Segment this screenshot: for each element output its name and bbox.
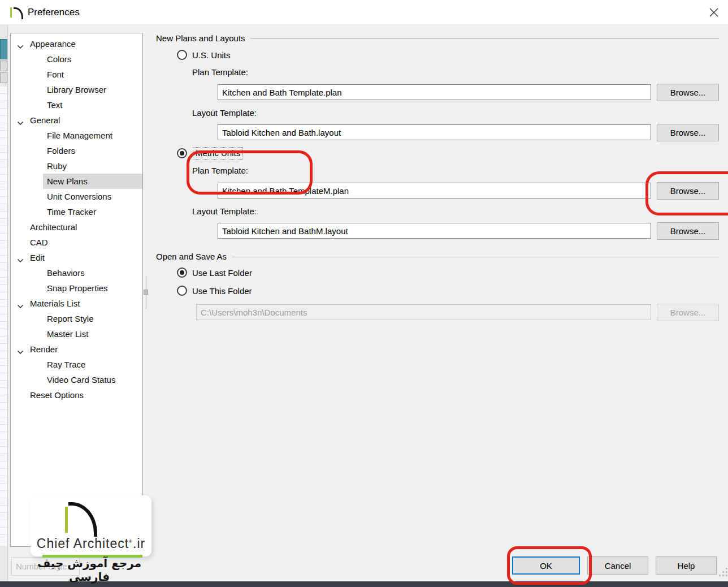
sidebar-item-label: Folders: [47, 146, 75, 156]
us-layout-template-input[interactable]: [218, 124, 651, 140]
sidebar-item-label: Report Style: [47, 314, 94, 323]
plan-template-label: Plan Template:: [192, 67, 248, 77]
sidebar-item-label: Behaviors: [47, 268, 85, 278]
sidebar-item-architectural[interactable]: Architectural: [11, 219, 142, 235]
sidebar-item-label: Ray Trace: [47, 360, 85, 369]
sidebar-item-label: Ruby: [47, 161, 67, 171]
cancel-button[interactable]: Cancel: [587, 556, 648, 575]
us-plan-browse-button[interactable]: Browse...: [657, 84, 719, 101]
chevron-down-icon[interactable]: [16, 40, 24, 48]
metric-units-label: Metric Units: [193, 147, 243, 159]
chevron-down-icon[interactable]: [16, 254, 24, 262]
sidebar-item-library-browser[interactable]: Library Browser: [11, 82, 142, 97]
close-icon[interactable]: [707, 6, 721, 19]
group-new-plans-and-layouts: New Plans and Layouts: [156, 33, 719, 43]
sidebar-item-colors[interactable]: Colors: [11, 51, 142, 67]
watermark-card: Chief Architect®.ir: [31, 495, 151, 556]
group-divider-line: [250, 38, 719, 39]
group-title: New Plans and Layouts: [156, 33, 245, 43]
sidebar-item-video-card-status[interactable]: Video Card Status: [11, 372, 142, 387]
dialog-title: Preferences: [28, 0, 80, 24]
group-divider-line: [232, 257, 719, 257]
group-open-and-save-as: Open and Save As: [156, 252, 719, 261]
watermark-caption: مرجع آموزش چیف فارسی: [28, 556, 150, 584]
metric-units-radio[interactable]: [177, 148, 187, 158]
us-layout-browse-button[interactable]: Browse...: [657, 124, 719, 141]
sidebar-item-snap-properties[interactable]: Snap Properties: [11, 280, 142, 296]
sidebar-item-master-list[interactable]: Master List: [11, 326, 142, 342]
chevron-down-icon[interactable]: [16, 116, 24, 124]
sidebar-item-label: Colors: [47, 54, 71, 64]
sidebar-item-ray-trace[interactable]: Ray Trace: [11, 357, 142, 372]
watermark-logo-green-bar: [65, 507, 68, 533]
preferences-tree: AppearanceColorsFontLibrary BrowserTextG…: [10, 33, 143, 547]
use-this-folder-label: Use This Folder: [192, 286, 252, 297]
sidebar-item-label: CAD: [30, 238, 48, 247]
watermark-logo-arc: [68, 502, 97, 537]
sidebar-item-label: Architectural: [30, 222, 77, 232]
watermark-brand-text: Chief Architect®.ir: [31, 536, 151, 551]
sidebar-item-behaviors[interactable]: Behaviors: [11, 265, 142, 280]
sidebar-item-edit[interactable]: Edit: [11, 250, 142, 265]
resize-grip-icon: [719, 575, 721, 576]
sidebar-item-reset-options[interactable]: Reset Options: [11, 387, 142, 403]
splitter-grip-handle[interactable]: [144, 290, 148, 295]
sidebar-item-label: Time Tracker: [47, 207, 96, 217]
sidebar-item-unit-conversions[interactable]: Unit Conversions: [11, 189, 142, 204]
sidebar-item-label: General: [30, 115, 60, 125]
us-plan-template-input[interactable]: [218, 84, 651, 100]
sidebar-item-label: Edit: [30, 253, 45, 262]
metric-plan-template-input[interactable]: [218, 183, 651, 198]
us-units-radio[interactable]: [177, 50, 187, 60]
help-button[interactable]: Help: [656, 556, 717, 575]
sidebar-item-render[interactable]: Render: [11, 342, 142, 357]
sidebar-item-text[interactable]: Text: [11, 97, 142, 113]
sidebar-item-label: Unit Conversions: [47, 192, 111, 201]
group-title: Open and Save As: [156, 252, 227, 261]
chief-architect-logo-icon: [9, 5, 24, 20]
layout-template-label: Layout Template:: [192, 206, 257, 216]
sidebar-item-label: Text: [47, 100, 63, 110]
background-toolbar-button: [0, 72, 7, 83]
sidebar-item-cad[interactable]: CAD: [11, 235, 142, 250]
chevron-down-icon[interactable]: [16, 300, 24, 308]
sidebar-item-time-tracker[interactable]: Time Tracker: [11, 204, 142, 219]
sidebar-item-label: Master List: [47, 329, 88, 339]
use-last-folder-radio[interactable]: [177, 267, 187, 278]
plan-template-label: Plan Template:: [192, 166, 248, 175]
sidebar-item-label: Render: [30, 344, 58, 354]
sidebar-item-materials-list[interactable]: Materials List: [11, 296, 142, 311]
folder-path-input: [196, 304, 651, 320]
sidebar-item-label: Video Card Status: [47, 375, 115, 385]
sidebar-item-label: Library Browser: [47, 85, 106, 94]
background-ruler-strip: [0, 87, 7, 546]
background-app-strip: [0, 24, 8, 581]
sidebar-item-file-management[interactable]: File Management: [11, 128, 142, 143]
ok-button[interactable]: OK: [512, 556, 580, 575]
metric-layout-template-input[interactable]: [218, 223, 651, 239]
sidebar-item-ruby[interactable]: Ruby: [11, 158, 142, 174]
metric-plan-browse-button[interactable]: Browse...: [657, 182, 719, 200]
sidebar-item-appearance[interactable]: Appearance: [11, 36, 142, 51]
sidebar-item-label: Reset Options: [30, 390, 84, 400]
sidebar-item-report-style[interactable]: Report Style: [11, 311, 142, 326]
sidebar-item-new-plans[interactable]: New Plans: [11, 174, 142, 189]
chevron-down-icon[interactable]: [16, 346, 24, 353]
us-units-label: U.S. Units: [192, 50, 231, 61]
sidebar-item-label: File Management: [47, 131, 112, 140]
sidebar-item-general[interactable]: General: [11, 113, 142, 128]
background-toolbar-button: [0, 39, 7, 59]
sidebar-item-folders[interactable]: Folders: [11, 143, 142, 158]
sidebar-item-label: Materials List: [30, 299, 80, 308]
folder-browse-button: Browse...: [657, 304, 719, 321]
sidebar-item-label: Snap Properties: [47, 283, 108, 293]
use-last-folder-label: Use Last Folder: [192, 267, 252, 279]
sidebar-item-label: New Plans: [47, 176, 88, 186]
background-toolbar-button: [0, 61, 7, 71]
sidebar-item-font[interactable]: Font: [11, 67, 142, 82]
sidebar-item-label: Font: [47, 70, 64, 79]
use-this-folder-radio[interactable]: [177, 286, 187, 296]
metric-layout-browse-button[interactable]: Browse...: [657, 222, 719, 240]
sidebar-item-label: Appearance: [30, 39, 76, 49]
dialog-titlebar: Preferences: [0, 0, 728, 25]
